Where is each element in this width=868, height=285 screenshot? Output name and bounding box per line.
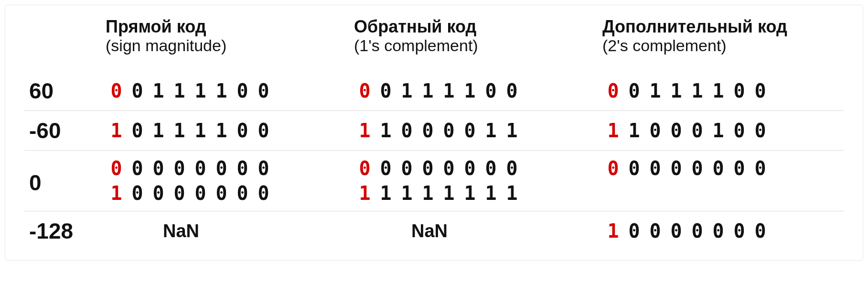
bits-ones-alt: 11111111 [354,182,602,204]
bits-twos: 00000000 [602,157,844,179]
header-sub: (1's complement) [354,36,602,55]
sign-bit: 1 [354,182,375,204]
bit: 0 [623,220,644,242]
header-title: Обратный код [354,17,602,36]
bit: 1 [438,182,459,204]
bit: 0 [127,157,148,179]
bit: 0 [253,120,274,142]
sign-bit: 0 [602,157,623,179]
bit: 0 [190,157,211,179]
bit: 0 [729,120,750,142]
bits-sign-mag: 00000000 [106,157,354,179]
table-row: 10000000 11111111 [24,182,844,211]
bits-sign-mag: 10111100 [106,120,354,142]
bit: 0 [729,220,750,242]
bits-sign-mag-alt: 10000000 [106,182,354,204]
nan-label: NaN [106,221,354,241]
bit: 1 [169,80,190,102]
bit: 0 [169,182,190,204]
bits-ones: 00000000 [354,157,602,179]
header-sub: (2's complement) [602,36,844,55]
bit: 1 [211,120,232,142]
bit: 0 [644,120,665,142]
bit: 0 [459,120,480,142]
bit: 0 [644,220,665,242]
bit: 0 [438,157,459,179]
bit: 0 [232,80,253,102]
bit: 0 [253,80,274,102]
bit: 1 [501,120,522,142]
bit: 0 [396,120,417,142]
row-value: -128 [24,211,106,251]
bit: 1 [417,182,438,204]
bit: 0 [438,120,459,142]
bit: 0 [148,157,169,179]
bit: 1 [375,120,396,142]
bit: 0 [686,157,707,179]
header-ones-complement: Обратный код (1's complement) [354,17,602,71]
bit: 0 [417,157,438,179]
bit: 1 [190,120,211,142]
table: Прямой код (sign magnitude) Обратный код… [24,17,844,251]
bit: 0 [501,80,522,102]
bit: 1 [644,80,665,102]
nan-label: NaN [354,221,602,241]
bit: 0 [190,182,211,204]
bit: 1 [396,182,417,204]
row-value: -60 [24,111,106,151]
bit: 0 [750,157,771,179]
bit: 0 [211,182,232,204]
table-row: 60 00111100 00111100 00111100 [24,71,844,111]
sign-bit: 1 [602,220,623,242]
sign-bit: 0 [602,80,623,102]
sign-bit: 0 [106,80,127,102]
bit: 1 [459,80,480,102]
bit: 0 [148,182,169,204]
bit: 1 [480,120,501,142]
bit: 0 [375,157,396,179]
bits-ones: 11000011 [354,120,602,142]
bit: 1 [375,182,396,204]
header-title: Дополнительный код [602,17,844,36]
bit: 1 [211,80,232,102]
bit: 1 [623,120,644,142]
bit: 0 [396,157,417,179]
bit: 0 [729,80,750,102]
sign-bit: 1 [106,182,127,204]
bit: 0 [623,80,644,102]
bit: 0 [665,220,686,242]
bit: 0 [729,157,750,179]
bit: 0 [750,220,771,242]
sign-bit: 0 [354,80,375,102]
bit: 0 [665,157,686,179]
bit: 1 [707,80,729,102]
row-value: 60 [24,71,106,111]
header-sub: (sign magnitude) [106,36,354,55]
header-title: Прямой код [106,17,354,36]
bit: 1 [169,120,190,142]
bit: 0 [232,120,253,142]
bit: 1 [665,80,686,102]
bit: 0 [750,120,771,142]
header-sign-magnitude: Прямой код (sign magnitude) [106,17,354,71]
bit: 1 [707,120,729,142]
bit: 0 [750,80,771,102]
bit: 0 [232,182,253,204]
bits-ones: 00111100 [354,80,602,102]
table-row: 0 00000000 00000000 00000000 [24,151,844,183]
sign-bit: 1 [602,120,623,142]
bit: 0 [644,157,665,179]
bit: 0 [665,120,686,142]
bit: 0 [127,120,148,142]
bit: 0 [169,157,190,179]
bit: 1 [686,80,707,102]
table-row: -128 NaN NaN 10000000 [24,211,844,251]
bit: 1 [396,80,417,102]
bit: 0 [253,182,274,204]
bit: 0 [686,220,707,242]
bits-sign-mag: 00111100 [106,80,354,102]
bit: 0 [623,157,644,179]
bit: 0 [127,80,148,102]
bits-twos: 00111100 [602,80,844,102]
sign-bit: 0 [354,157,375,179]
